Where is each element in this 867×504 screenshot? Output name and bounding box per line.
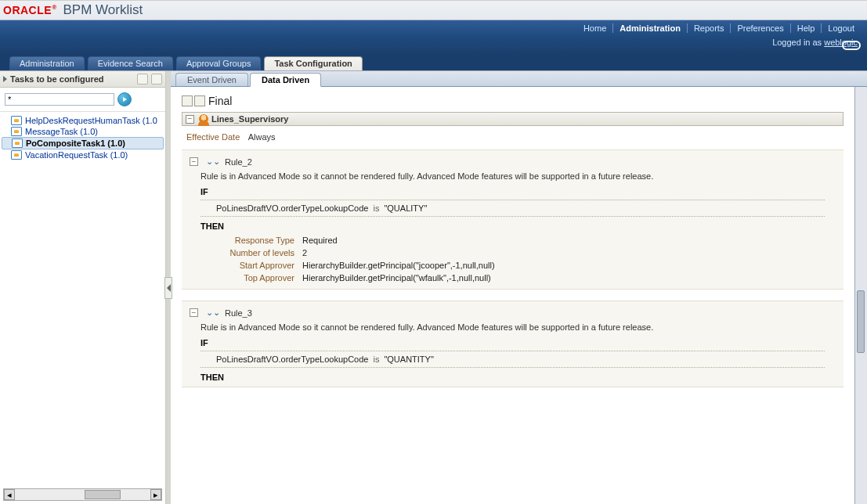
rule-name: Rule_2 xyxy=(225,157,252,167)
block-title: Lines_Supervisory xyxy=(211,114,288,124)
app-title: BPM Worklist xyxy=(63,2,143,18)
nav-link-reports[interactable]: Reports xyxy=(688,23,732,33)
cond-right: "QUALITY" xyxy=(384,203,427,213)
cond-op: is xyxy=(373,203,379,213)
task-icon xyxy=(11,127,22,136)
cond-op: is xyxy=(373,355,379,364)
property-row: Top ApproverHierarchyBuilder.getPrincipa… xyxy=(200,273,825,283)
task-label: PoCompositeTask1 (1.0) xyxy=(26,139,125,148)
task-icon xyxy=(12,139,23,148)
stage-label: Final xyxy=(208,95,232,107)
nav-link-preferences[interactable]: Preferences xyxy=(731,23,790,33)
property-value: HierarchyBuilder.getPrincipal("jcooper",… xyxy=(302,261,495,270)
then-keyword: THEN xyxy=(200,373,836,382)
sub-tab-strip: Event DrivenData Driven xyxy=(171,71,867,87)
property-key: Response Type xyxy=(200,236,294,245)
task-item[interactable]: VacationRequestTask (1.0) xyxy=(2,149,164,160)
chevron-down-icon[interactable]: ⌄⌄ xyxy=(206,308,220,318)
horizontal-scrollbar[interactable]: ◂ ▸ xyxy=(3,488,162,501)
vscroll-thumb[interactable] xyxy=(857,290,865,353)
effective-date-label: Effective Date xyxy=(186,132,240,142)
vertical-scrollbar[interactable] xyxy=(854,87,867,504)
task-icon xyxy=(11,150,22,160)
rule-header: ⌄⌄Rule_2 xyxy=(190,157,836,167)
nav-link-help[interactable]: Help xyxy=(791,23,822,33)
property-value: HierarchyBuilder.getPrincipal("wfaulk",-… xyxy=(302,273,491,283)
effective-date-row: Effective Date Always xyxy=(186,132,844,142)
list-icon[interactable] xyxy=(194,95,205,106)
rule-name: Rule_3 xyxy=(225,308,252,318)
stage-header: Final xyxy=(182,95,844,107)
rule-header: ⌄⌄Rule_3 xyxy=(190,308,836,318)
content-area: Tasks to be configured HelpDeskRequestHu… xyxy=(0,70,867,504)
rule-block: ⌄⌄Rule_3Rule is in Advanced Mode so it c… xyxy=(182,301,844,387)
property-row: Response TypeRequired xyxy=(200,236,825,245)
condition-line: PoLinesDraftVO.orderTypeLookupCodeis"QUA… xyxy=(216,203,825,213)
task-label: VacationRequestTask (1.0) xyxy=(25,150,128,160)
property-key: Start Approver xyxy=(200,261,294,270)
main-tab-strip: AdministrationEvidence SearchApproval Gr… xyxy=(0,55,867,70)
task-label: MessageTask (1.0) xyxy=(25,127,98,136)
nav-link-logout[interactable]: Logout xyxy=(822,23,861,33)
sidebar-header: Tasks to be configured xyxy=(0,71,165,88)
search-input[interactable] xyxy=(5,93,114,106)
scroll-left-icon[interactable]: ◂ xyxy=(4,489,15,500)
collapse-rule-icon[interactable] xyxy=(190,308,198,317)
nav-link-home[interactable]: Home xyxy=(577,23,613,33)
advanced-mode-note: Rule is in Advanced Mode so it cannot be… xyxy=(200,171,836,181)
cond-left: PoLinesDraftVO.orderTypeLookupCode xyxy=(216,203,368,213)
nav-link-administration[interactable]: Administration xyxy=(613,23,688,33)
revert-icon[interactable] xyxy=(151,74,162,85)
property-row: Number of levels2 xyxy=(200,248,825,257)
collapse-rule-icon[interactable] xyxy=(190,157,198,166)
task-item[interactable]: HelpDeskRequestHumanTask (1.0 xyxy=(2,115,164,126)
condition-line: PoLinesDraftVO.orderTypeLookupCodeis"QUA… xyxy=(216,355,825,364)
save-icon[interactable] xyxy=(137,74,148,85)
task-item[interactable]: MessageTask (1.0) xyxy=(2,126,164,137)
sidebar-search xyxy=(0,88,165,112)
expand-icon[interactable] xyxy=(3,76,7,82)
task-label: HelpDeskRequestHumanTask (1.0 xyxy=(25,116,157,125)
if-keyword: IF xyxy=(200,338,836,347)
main-content: Final Lines_Supervisory Effective Date A… xyxy=(171,87,854,504)
task-list: HelpDeskRequestHumanTask (1.0MessageTask… xyxy=(0,112,165,485)
property-value: Required xyxy=(302,236,338,245)
sub-tab-data-driven[interactable]: Data Driven xyxy=(250,73,321,87)
sidebar-toolbar xyxy=(137,74,162,85)
effective-date-value: Always xyxy=(248,132,276,142)
property-list: Response TypeRequiredNumber of levels2St… xyxy=(200,236,825,283)
property-value: 2 xyxy=(302,248,307,257)
main-tab-evidence-search[interactable]: Evidence Search xyxy=(88,56,173,70)
person-icon xyxy=(199,114,208,124)
splitter[interactable] xyxy=(166,71,171,504)
task-icon xyxy=(11,116,22,125)
search-go-button[interactable] xyxy=(117,92,132,106)
rule-block: ⌄⌄Rule_2Rule is in Advanced Mode so it c… xyxy=(182,149,844,290)
chevron-down-icon[interactable]: ⌄⌄ xyxy=(206,157,220,167)
expand-stage-icon[interactable] xyxy=(182,95,193,106)
oracle-logo: ORACLE® xyxy=(3,4,57,16)
oracle-pill-icon xyxy=(842,41,861,50)
if-keyword: IF xyxy=(200,187,836,196)
main-tab-administration[interactable]: Administration xyxy=(9,56,85,70)
scroll-thumb[interactable] xyxy=(85,490,121,499)
property-key: Number of levels xyxy=(200,248,294,257)
property-row: Start ApproverHierarchyBuilder.getPrinci… xyxy=(200,261,825,270)
main-tab-approval-groups[interactable]: Approval Groups xyxy=(176,56,262,70)
cond-left: PoLinesDraftVO.orderTypeLookupCode xyxy=(216,355,368,364)
collapse-block-icon[interactable] xyxy=(186,115,194,124)
sub-tab-event-driven[interactable]: Event Driven xyxy=(175,73,248,86)
splitter-collapse-icon[interactable] xyxy=(164,277,172,299)
cond-right: "QUANTITY" xyxy=(384,355,433,364)
nav-links: HomeAdministrationReportsPreferencesHelp… xyxy=(577,23,861,33)
property-key: Top Approver xyxy=(200,273,294,283)
participant-block-header: Lines_Supervisory xyxy=(182,112,844,126)
sidebar: Tasks to be configured HelpDeskRequestHu… xyxy=(0,71,166,504)
task-item[interactable]: PoCompositeTask1 (1.0) xyxy=(2,137,164,149)
advanced-mode-note: Rule is in Advanced Mode so it cannot be… xyxy=(200,322,836,332)
main-tab-task-configuration[interactable]: Task Configuration xyxy=(264,56,362,70)
login-prefix: Logged in as xyxy=(772,38,824,47)
navbar: HomeAdministrationReportsPreferencesHelp… xyxy=(0,20,867,55)
main-panel: Event DrivenData Driven Final Lines_Supe… xyxy=(171,71,867,504)
scroll-right-icon[interactable]: ▸ xyxy=(150,489,161,500)
